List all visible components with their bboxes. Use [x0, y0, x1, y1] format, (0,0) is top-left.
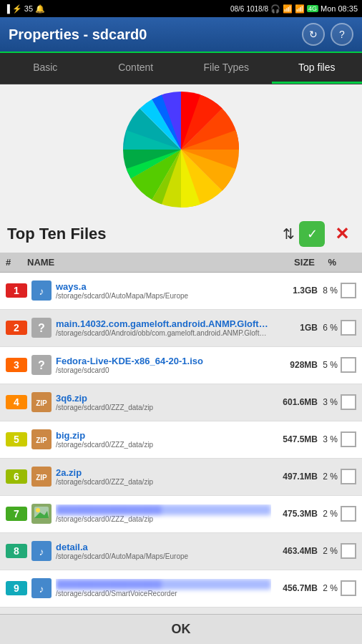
- table-row[interactable]: 6 ZIP 2a.zip /storage/sdcard0/ZZZ_data/z…: [0, 459, 362, 496]
- file-path: /storage/sdcard0/ZZZ_data/zip: [56, 478, 271, 486]
- file-path: /storage/sdcard0/AutoMapa/Maps/Europe: [56, 292, 271, 300]
- top-files-header: Top Ten Files ⇅ ✓ ✕: [0, 215, 362, 253]
- row-number: 2: [6, 321, 27, 335]
- svg-text:ZIP: ZIP: [36, 399, 47, 407]
- tab-basic[interactable]: Basic: [0, 53, 91, 84]
- file-checkbox[interactable]: [341, 543, 356, 559]
- file-icon: ?: [30, 353, 53, 376]
- table-row[interactable]: 1 ♪ ways.a /storage/sdcard0/AutoMapa/Map…: [0, 273, 362, 310]
- file-size: 601.6MB: [271, 397, 318, 407]
- table-row[interactable]: 2 ? main.14032.com.gameloft.android.ANMP…: [0, 310, 362, 347]
- help-button[interactable]: ?: [331, 23, 353, 46]
- file-name: ████████████████: [56, 504, 271, 515]
- file-checkbox[interactable]: [341, 283, 356, 298]
- file-checkbox[interactable]: [341, 431, 356, 447]
- file-icon: ZIP: [30, 428, 53, 451]
- battery-level: 35: [24, 4, 33, 13]
- sort-button[interactable]: ⇅: [283, 225, 295, 243]
- table-row[interactable]: 3 ? Fedora-Live-KDE-x86_64-20-1.iso /sto…: [0, 347, 362, 384]
- table-row[interactable]: 4 ZIP 3q6.zip /storage/sdcard0/ZZZ_data/…: [0, 384, 362, 421]
- file-checkbox[interactable]: [341, 580, 356, 596]
- clear-button[interactable]: ✕: [329, 221, 355, 247]
- file-icon: [30, 502, 53, 525]
- row-number: 4: [6, 395, 27, 409]
- header-pct: %: [315, 257, 336, 268]
- file-path: /storage/sdcard0: [56, 366, 271, 374]
- file-name: ways.a: [56, 281, 271, 292]
- file-name: 2a.zip: [56, 467, 271, 478]
- file-icon: ZIP: [30, 465, 53, 488]
- file-info: detail.a /storage/sdcard0/AutoMapa/Maps/…: [56, 542, 271, 560]
- ok-bar: OK: [0, 614, 362, 644]
- usb-icon: ⚡: [12, 4, 22, 14]
- row-number: 1: [6, 283, 27, 298]
- file-percent: 8 %: [318, 286, 338, 296]
- file-size: 463.4MB: [271, 546, 318, 556]
- file-percent: 2 %: [318, 472, 338, 482]
- page-title: Properties - sdcard0: [9, 26, 147, 43]
- status-bar: ▐ ⚡ 35 🔔 08/6 1018/8 🎧 📶 📶 4G Mon 08:35: [0, 0, 362, 17]
- file-name: 3q6.zip: [56, 393, 271, 404]
- tab-file-types[interactable]: File Types: [181, 53, 272, 84]
- time-display: Mon 08:35: [321, 4, 358, 13]
- file-path: /storage/sdcard0/ZZZ_data/zip: [56, 404, 271, 411]
- file-percent: 2 %: [318, 509, 338, 519]
- header-actions: ⇅ ✓ ✕: [283, 221, 355, 247]
- table-row[interactable]: 9 ♪ ████████████████ /storage/sdcard0/Sm…: [0, 570, 362, 608]
- table-row[interactable]: 7 ████████████████ /storage/sdcard0/ZZZ_…: [0, 496, 362, 533]
- status-right: 08/6 1018/8 🎧 📶 📶 4G Mon 08:35: [230, 4, 358, 14]
- file-path: /storage/sdcard0/Android/obb/com.gamelof…: [56, 329, 271, 337]
- header-size: SIZE: [265, 257, 315, 268]
- svg-text:ZIP: ZIP: [36, 474, 47, 482]
- svg-text:♪: ♪: [39, 546, 44, 557]
- tab-top-files[interactable]: Top files: [272, 53, 363, 84]
- 4g-icon: 4G: [307, 5, 318, 12]
- file-info: Fedora-Live-KDE-x86_64-20-1.iso /storage…: [56, 356, 271, 374]
- file-rows-container: 1 ♪ ways.a /storage/sdcard0/AutoMapa/Map…: [0, 273, 362, 645]
- file-info: main.14032.com.gameloft.android.ANMP.Glo…: [56, 318, 271, 337]
- chart-area: [0, 84, 362, 215]
- file-percent: 6 %: [318, 323, 338, 333]
- pie-chart: [117, 85, 245, 214]
- tab-bar: Basic Content File Types Top files: [0, 53, 362, 84]
- row-number: 3: [6, 358, 27, 372]
- file-name: main.14032.com.gameloft.android.ANMP.Glo…: [56, 318, 271, 329]
- date-display: 08/6: [230, 5, 244, 13]
- file-percent: 5 %: [318, 360, 338, 370]
- file-percent: 3 %: [318, 434, 338, 444]
- file-size: 456.7MB: [271, 583, 318, 593]
- file-checkbox[interactable]: [341, 357, 356, 373]
- header-name: NAME: [27, 257, 265, 268]
- row-number: 9: [6, 581, 27, 595]
- wifi-icon: 📶: [283, 4, 293, 14]
- file-checkbox[interactable]: [341, 394, 356, 410]
- tab-content[interactable]: Content: [91, 53, 182, 84]
- file-percent: 3 %: [318, 397, 338, 407]
- signal-icon: ▐: [4, 4, 10, 13]
- refresh-button[interactable]: ↻: [302, 23, 325, 46]
- check-all-button[interactable]: ✓: [299, 221, 325, 247]
- svg-text:♪: ♪: [39, 286, 44, 297]
- main-content: Top Ten Files ⇅ ✓ ✕ # NAME SIZE % 1 ♪ wa…: [0, 84, 362, 644]
- file-size: 475.3MB: [271, 509, 318, 519]
- ok-button[interactable]: OK: [172, 622, 191, 637]
- table-row[interactable]: 5 ZIP big.zip /storage/sdcard0/ZZZ_data/…: [0, 421, 362, 459]
- signal-bars-icon: 📶: [295, 4, 305, 14]
- svg-text:?: ?: [38, 359, 45, 371]
- file-checkbox[interactable]: [341, 506, 356, 522]
- file-info: ████████████████ /storage/sdcard0/ZZZ_da…: [56, 504, 271, 523]
- file-checkbox[interactable]: [341, 469, 356, 484]
- file-percent: 2 %: [318, 583, 338, 593]
- row-number: 8: [6, 544, 27, 558]
- svg-text:ZIP: ZIP: [36, 436, 47, 444]
- file-checkbox[interactable]: [341, 320, 356, 336]
- table-row[interactable]: 8 ♪ detail.a /storage/sdcard0/AutoMapa/M…: [0, 533, 362, 570]
- file-info: 2a.zip /storage/sdcard0/ZZZ_data/zip: [56, 467, 271, 486]
- file-icon: ♪: [30, 577, 53, 600]
- title-bar: Properties - sdcard0 ↻ ?: [0, 17, 362, 53]
- file-size: 1.3GB: [271, 286, 318, 296]
- file-name: detail.a: [56, 542, 271, 552]
- file-info: 3q6.zip /storage/sdcard0/ZZZ_data/zip: [56, 393, 271, 411]
- file-icon: ♪: [30, 279, 53, 302]
- headphone-icon: 🎧: [270, 4, 280, 14]
